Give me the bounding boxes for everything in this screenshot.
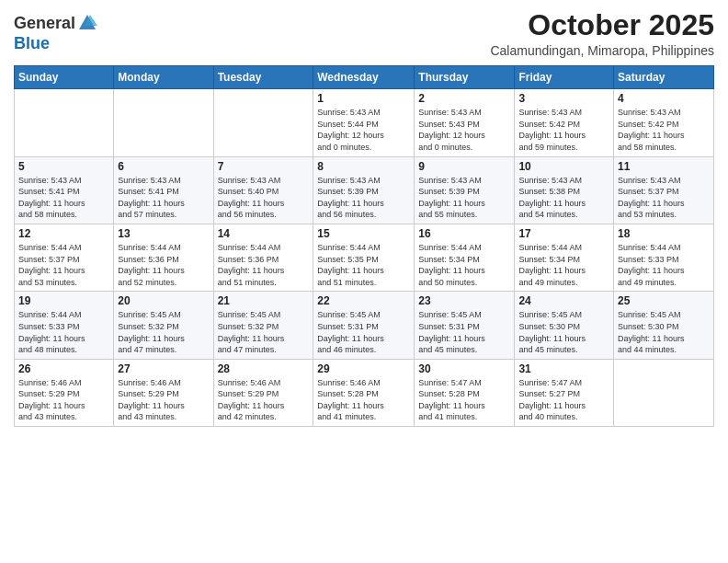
calendar-cell [114, 89, 213, 156]
col-thursday: Thursday [415, 66, 515, 89]
col-sunday: Sunday [15, 66, 114, 89]
calendar-cell: 28Sunrise: 5:46 AM Sunset: 5:29 PM Dayli… [213, 359, 313, 426]
day-number: 3 [518, 92, 609, 105]
day-number: 12 [18, 227, 109, 240]
day-number: 22 [317, 294, 410, 307]
calendar-cell: 6Sunrise: 5:43 AM Sunset: 5:41 PM Daylig… [114, 156, 213, 224]
day-info: Sunrise: 5:44 AM Sunset: 5:36 PM Dayligh… [118, 242, 209, 288]
col-friday: Friday [515, 66, 614, 89]
day-number: 28 [218, 362, 310, 375]
day-info: Sunrise: 5:45 AM Sunset: 5:31 PM Dayligh… [418, 309, 510, 355]
day-info: Sunrise: 5:45 AM Sunset: 5:30 PM Dayligh… [618, 309, 710, 355]
calendar-cell: 21Sunrise: 5:45 AM Sunset: 5:32 PM Dayli… [213, 292, 313, 359]
location-subtitle: Calamundingan, Mimaropa, Philippines [490, 43, 714, 58]
day-number: 4 [618, 92, 710, 105]
day-info: Sunrise: 5:43 AM Sunset: 5:44 PM Dayligh… [317, 107, 410, 153]
day-number: 11 [618, 160, 710, 173]
month-title: October 2025 [490, 9, 714, 41]
day-number: 8 [317, 160, 410, 173]
day-number: 20 [118, 294, 209, 307]
page: General Blue October 2025 Calamundingan,… [0, 0, 728, 563]
calendar-cell: 7Sunrise: 5:43 AM Sunset: 5:40 PM Daylig… [213, 156, 313, 224]
calendar-cell: 22Sunrise: 5:45 AM Sunset: 5:31 PM Dayli… [313, 292, 415, 359]
day-info: Sunrise: 5:46 AM Sunset: 5:29 PM Dayligh… [118, 377, 209, 423]
calendar-cell [614, 359, 714, 426]
day-number: 1 [317, 92, 410, 105]
day-info: Sunrise: 5:45 AM Sunset: 5:32 PM Dayligh… [218, 309, 310, 355]
day-number: 2 [418, 92, 510, 105]
calendar-week-row: 5Sunrise: 5:43 AM Sunset: 5:41 PM Daylig… [15, 156, 714, 224]
calendar-cell: 12Sunrise: 5:44 AM Sunset: 5:37 PM Dayli… [15, 224, 114, 291]
calendar-cell: 29Sunrise: 5:46 AM Sunset: 5:28 PM Dayli… [313, 359, 415, 426]
day-info: Sunrise: 5:44 AM Sunset: 5:35 PM Dayligh… [317, 242, 410, 288]
logo-blue: Blue [14, 34, 50, 52]
col-tuesday: Tuesday [213, 66, 313, 89]
day-number: 31 [518, 362, 609, 375]
col-saturday: Saturday [614, 66, 714, 89]
logo-general: General [14, 14, 75, 32]
calendar-cell: 9Sunrise: 5:43 AM Sunset: 5:39 PM Daylig… [415, 156, 515, 224]
calendar-header-row: Sunday Monday Tuesday Wednesday Thursday… [15, 66, 714, 89]
col-monday: Monday [114, 66, 213, 89]
calendar-cell: 5Sunrise: 5:43 AM Sunset: 5:41 PM Daylig… [15, 156, 114, 224]
day-info: Sunrise: 5:45 AM Sunset: 5:32 PM Dayligh… [118, 309, 209, 355]
calendar-cell [213, 89, 313, 156]
calendar-table: Sunday Monday Tuesday Wednesday Thursday… [14, 65, 714, 427]
day-number: 13 [118, 227, 209, 240]
calendar-cell: 18Sunrise: 5:44 AM Sunset: 5:33 PM Dayli… [614, 224, 714, 291]
calendar-week-row: 26Sunrise: 5:46 AM Sunset: 5:29 PM Dayli… [15, 359, 714, 426]
day-number: 5 [18, 160, 109, 173]
day-number: 25 [618, 294, 710, 307]
calendar-cell: 25Sunrise: 5:45 AM Sunset: 5:30 PM Dayli… [614, 292, 714, 359]
day-number: 14 [218, 227, 310, 240]
calendar-cell: 8Sunrise: 5:43 AM Sunset: 5:39 PM Daylig… [313, 156, 415, 224]
day-number: 29 [317, 362, 410, 375]
calendar-cell: 31Sunrise: 5:47 AM Sunset: 5:27 PM Dayli… [515, 359, 614, 426]
day-number: 7 [218, 160, 310, 173]
day-number: 24 [518, 294, 609, 307]
day-info: Sunrise: 5:46 AM Sunset: 5:29 PM Dayligh… [218, 377, 310, 423]
header: General Blue October 2025 Calamundingan,… [14, 9, 714, 58]
day-number: 19 [18, 294, 109, 307]
calendar-cell: 16Sunrise: 5:44 AM Sunset: 5:34 PM Dayli… [415, 224, 515, 291]
day-number: 27 [118, 362, 209, 375]
day-number: 6 [118, 160, 209, 173]
day-number: 10 [518, 160, 609, 173]
calendar-cell: 3Sunrise: 5:43 AM Sunset: 5:42 PM Daylig… [515, 89, 614, 156]
day-number: 26 [18, 362, 109, 375]
day-info: Sunrise: 5:44 AM Sunset: 5:33 PM Dayligh… [618, 242, 710, 288]
day-info: Sunrise: 5:43 AM Sunset: 5:39 PM Dayligh… [418, 175, 510, 221]
day-info: Sunrise: 5:47 AM Sunset: 5:28 PM Dayligh… [418, 377, 510, 423]
logo-icon [77, 13, 97, 33]
calendar-cell: 30Sunrise: 5:47 AM Sunset: 5:28 PM Dayli… [415, 359, 515, 426]
day-number: 23 [418, 294, 510, 307]
calendar-cell: 10Sunrise: 5:43 AM Sunset: 5:38 PM Dayli… [515, 156, 614, 224]
day-info: Sunrise: 5:43 AM Sunset: 5:42 PM Dayligh… [518, 107, 609, 153]
day-info: Sunrise: 5:43 AM Sunset: 5:42 PM Dayligh… [618, 107, 710, 153]
day-number: 30 [418, 362, 510, 375]
calendar-cell: 13Sunrise: 5:44 AM Sunset: 5:36 PM Dayli… [114, 224, 213, 291]
day-info: Sunrise: 5:43 AM Sunset: 5:40 PM Dayligh… [218, 175, 310, 221]
calendar-cell: 11Sunrise: 5:43 AM Sunset: 5:37 PM Dayli… [614, 156, 714, 224]
calendar-cell: 4Sunrise: 5:43 AM Sunset: 5:42 PM Daylig… [614, 89, 714, 156]
day-info: Sunrise: 5:44 AM Sunset: 5:36 PM Dayligh… [218, 242, 310, 288]
title-block: October 2025 Calamundingan, Mimaropa, Ph… [490, 9, 714, 58]
calendar-cell: 19Sunrise: 5:44 AM Sunset: 5:33 PM Dayli… [15, 292, 114, 359]
calendar-cell: 14Sunrise: 5:44 AM Sunset: 5:36 PM Dayli… [213, 224, 313, 291]
day-info: Sunrise: 5:45 AM Sunset: 5:31 PM Dayligh… [317, 309, 410, 355]
day-number: 9 [418, 160, 510, 173]
calendar-week-row: 1Sunrise: 5:43 AM Sunset: 5:44 PM Daylig… [15, 89, 714, 156]
calendar-cell: 24Sunrise: 5:45 AM Sunset: 5:30 PM Dayli… [515, 292, 614, 359]
day-info: Sunrise: 5:44 AM Sunset: 5:37 PM Dayligh… [18, 242, 109, 288]
day-info: Sunrise: 5:45 AM Sunset: 5:30 PM Dayligh… [518, 309, 609, 355]
day-number: 17 [518, 227, 609, 240]
logo: General Blue [14, 13, 97, 53]
calendar-cell: 15Sunrise: 5:44 AM Sunset: 5:35 PM Dayli… [313, 224, 415, 291]
day-info: Sunrise: 5:44 AM Sunset: 5:34 PM Dayligh… [518, 242, 609, 288]
day-info: Sunrise: 5:46 AM Sunset: 5:29 PM Dayligh… [18, 377, 109, 423]
day-info: Sunrise: 5:44 AM Sunset: 5:34 PM Dayligh… [418, 242, 510, 288]
day-number: 15 [317, 227, 410, 240]
day-number: 18 [618, 227, 710, 240]
day-number: 16 [418, 227, 510, 240]
day-info: Sunrise: 5:47 AM Sunset: 5:27 PM Dayligh… [518, 377, 609, 423]
